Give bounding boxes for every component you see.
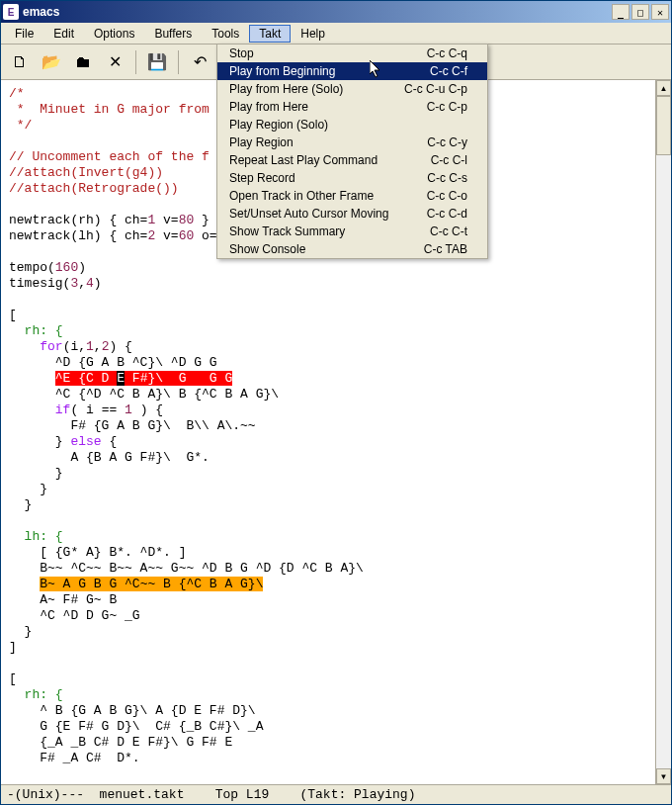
menu-shortcut: C-c C-p (427, 100, 467, 114)
code-text: ) { (132, 402, 163, 417)
code-line: ^C {^D ^C B A}\ B {^C B A G}\ (9, 387, 279, 402)
code-text: o= (194, 228, 216, 243)
code-line: newtrack(rh) { ch= (9, 213, 147, 227)
code-line: */ (9, 118, 32, 133)
open-file-button[interactable]: 📂 (39, 49, 64, 75)
code-num: 4 (86, 276, 94, 291)
code-text: v= (155, 213, 178, 227)
close-icon: ✕ (109, 52, 122, 71)
menu-shortcut: C-c C-l (431, 153, 467, 167)
menu-shortcut: C-c C-s (427, 171, 467, 185)
scroll-up-button[interactable]: ▲ (656, 80, 671, 96)
code-line: lh: { (9, 529, 63, 544)
menu-shortcut: C-c C-o (427, 189, 467, 203)
code-line: [ (9, 671, 17, 686)
code-keyword: else (70, 434, 101, 449)
code-text: (i, (63, 339, 86, 354)
code-line: G {E F# G D}\ C# {_B C#}\ _A (9, 719, 263, 734)
code-line: F# _A C# D*. (9, 751, 140, 765)
minimize-button[interactable]: _ (612, 4, 630, 20)
menu-repeat-last-play[interactable]: Repeat Last Play CommandC-c C-l (217, 151, 487, 169)
close-button[interactable]: ✕ (651, 4, 669, 20)
code-line: [ {G* A} B*. ^D*. ] (9, 545, 186, 560)
code-text: } (194, 213, 210, 227)
toolbar-separator (178, 50, 179, 74)
menu-auto-cursor-moving[interactable]: Set/Unset Auto Cursor MovingC-c C-d (217, 205, 487, 223)
menu-open-track-other-frame[interactable]: Open Track in Other FrameC-c C-o (217, 187, 487, 205)
code-line: } (9, 624, 32, 639)
takt-menu-dropdown: StopC-c C-q Play from BeginningC-c C-f P… (216, 44, 488, 259)
code-num: 1 (125, 402, 132, 417)
menu-shortcut: C-c C-y (427, 135, 467, 149)
code-line: //attach(Invert(g4)) (9, 165, 163, 180)
code-num: 1 (86, 339, 94, 354)
scroll-down-button[interactable]: ▼ (656, 768, 671, 784)
menu-play-from-beginning[interactable]: Play from BeginningC-c C-f (217, 62, 487, 80)
vertical-scrollbar[interactable]: ▲ ▼ (655, 80, 671, 784)
maximize-button[interactable]: □ (631, 4, 649, 20)
playing-highlight-lh: B~ A G B G ^C~~ B {^C B A G}\ (40, 577, 263, 591)
code-text: v= (155, 228, 178, 243)
menu-label: Repeat Last Play Command (229, 153, 411, 167)
code-keyword: for (40, 339, 62, 354)
menu-stop[interactable]: StopC-c C-q (217, 45, 487, 62)
menu-file[interactable]: File (5, 25, 43, 43)
menu-step-record[interactable]: Step RecordC-c C-s (217, 169, 487, 187)
menu-tools[interactable]: Tools (202, 25, 249, 43)
code-text (9, 577, 40, 591)
code-text (9, 402, 55, 417)
save-button[interactable]: 💾 (144, 49, 170, 75)
playing-highlight-rh: ^E {C D E F#}\ G G G (55, 371, 232, 386)
code-text: ) (78, 260, 86, 275)
menu-options[interactable]: Options (84, 25, 144, 43)
menu-takt[interactable]: Takt (249, 25, 291, 43)
new-file-icon: 🗋 (12, 53, 28, 71)
code-line: ^C ^D D G~ _G (9, 608, 140, 623)
code-num: 160 (55, 260, 78, 275)
code-text: } (9, 434, 70, 449)
folder-icon: 🖿 (75, 53, 91, 71)
code-line: rh: { (9, 687, 63, 702)
dired-button[interactable]: 🖿 (70, 49, 96, 75)
code-keyword: if (55, 402, 71, 417)
menu-show-console[interactable]: Show ConsoleC-c TAB (217, 240, 487, 258)
menu-label: Play from Here (229, 100, 407, 114)
kill-buffer-button[interactable]: ✕ (102, 49, 127, 75)
menu-play-from-here[interactable]: Play from HereC-c C-p (217, 98, 487, 116)
menu-label: Step Record (229, 171, 407, 185)
menu-play-region-solo[interactable]: Play Region (Solo) (217, 116, 487, 134)
menu-buffers[interactable]: Buffers (144, 25, 202, 43)
menu-label: Open Track in Other Frame (229, 189, 407, 203)
code-text (9, 371, 55, 386)
menu-shortcut: C-c C-u C-p (404, 82, 467, 96)
code-text: ( i == (70, 402, 125, 417)
code-line: B~~ ^C~~ B~~ A~~ G~~ ^D B G ^D {D ^C B A… (9, 561, 364, 576)
menu-show-track-summary[interactable]: Show Track SummaryC-c C-t (217, 223, 487, 240)
code-line: A {B A G F#}\ G*. (9, 450, 210, 465)
open-file-icon: 📂 (42, 52, 61, 71)
app-icon: E (3, 4, 19, 20)
menu-play-region[interactable]: Play RegionC-c C-y (217, 134, 487, 151)
window-title: emacs (23, 5, 612, 19)
menu-help[interactable]: Help (291, 25, 335, 43)
code-text: , (94, 339, 102, 354)
menu-shortcut: C-c C-f (430, 64, 467, 78)
code-line: rh: { (9, 323, 63, 338)
scroll-thumb[interactable] (656, 96, 671, 155)
menu-label: Stop (229, 46, 407, 60)
new-file-button[interactable]: 🗋 (7, 49, 33, 75)
menu-label: Show Console (229, 242, 404, 256)
code-line: timesig( (9, 276, 70, 291)
undo-button[interactable]: ↶ (187, 49, 212, 75)
modeline: -(Unix)--- menuet.takt Top L19 (Takt: Pl… (1, 784, 671, 804)
code-line: tempo( (9, 260, 55, 275)
menu-play-from-here-solo[interactable]: Play from Here (Solo)C-c C-u C-p (217, 80, 487, 98)
menu-shortcut: C-c C-q (427, 46, 467, 60)
scroll-track[interactable] (656, 96, 671, 768)
code-line: //attach(Retrograde()) (9, 181, 179, 196)
menu-edit[interactable]: Edit (43, 25, 84, 43)
menu-label: Play from Beginning (229, 64, 410, 78)
cursor-position: E (117, 371, 125, 386)
toolbar-separator (135, 50, 136, 74)
code-text: { (102, 434, 118, 449)
